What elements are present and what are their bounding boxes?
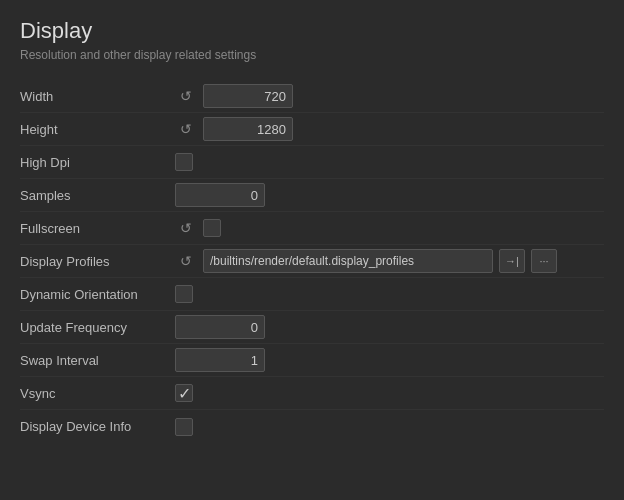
input-update-frequency[interactable]: [175, 315, 265, 339]
input-swap-interval[interactable]: [175, 348, 265, 372]
settings-page: Display Resolution and other display rel…: [0, 0, 624, 461]
controls-display-profiles: ↺→|···: [175, 249, 557, 273]
input-height[interactable]: [203, 117, 293, 141]
page-subtitle: Resolution and other display related set…: [20, 48, 604, 62]
label-width: Width: [20, 89, 175, 104]
controls-height: ↺: [175, 117, 293, 141]
label-high-dpi: High Dpi: [20, 155, 175, 170]
controls-vsync: ✓: [175, 384, 193, 402]
label-display-profiles: Display Profiles: [20, 254, 175, 269]
checkbox-fullscreen[interactable]: [203, 219, 221, 237]
input-width[interactable]: [203, 84, 293, 108]
row-display-device-info: Display Device Info: [20, 410, 604, 443]
controls-dynamic-orientation: [175, 285, 193, 303]
controls-width: ↺: [175, 84, 293, 108]
label-samples: Samples: [20, 188, 175, 203]
navigate-display-profiles-button[interactable]: →|: [499, 249, 525, 273]
row-vsync: Vsync✓: [20, 377, 604, 410]
vsync-check-icon: ✓: [178, 384, 191, 403]
label-display-device-info: Display Device Info: [20, 419, 175, 434]
page-title: Display: [20, 18, 604, 44]
label-vsync: Vsync: [20, 386, 175, 401]
checkbox-display-device-info[interactable]: [175, 418, 193, 436]
controls-display-device-info: [175, 418, 193, 436]
reset-width-button[interactable]: ↺: [175, 85, 197, 107]
row-swap-interval: Swap Interval: [20, 344, 604, 377]
more-display-profiles-button[interactable]: ···: [531, 249, 557, 273]
row-width: Width↺: [20, 80, 604, 113]
label-dynamic-orientation: Dynamic Orientation: [20, 287, 175, 302]
controls-swap-interval: [175, 348, 265, 372]
filepath-input-display-profiles[interactable]: [203, 249, 493, 273]
row-dynamic-orientation: Dynamic Orientation: [20, 278, 604, 311]
reset-display-profiles-button[interactable]: ↺: [175, 250, 197, 272]
label-fullscreen: Fullscreen: [20, 221, 175, 236]
controls-samples: [175, 183, 265, 207]
row-update-frequency: Update Frequency: [20, 311, 604, 344]
controls-update-frequency: [175, 315, 265, 339]
vsync-check-wrapper: ✓: [175, 384, 193, 402]
row-display-profiles: Display Profiles↺→|···: [20, 245, 604, 278]
label-update-frequency: Update Frequency: [20, 320, 175, 335]
reset-height-button[interactable]: ↺: [175, 118, 197, 140]
settings-rows: Width↺Height↺High DpiSamplesFullscreen↺D…: [20, 80, 604, 443]
row-fullscreen: Fullscreen↺: [20, 212, 604, 245]
row-samples: Samples: [20, 179, 604, 212]
controls-fullscreen: ↺: [175, 217, 221, 239]
checkbox-high-dpi[interactable]: [175, 153, 193, 171]
checkbox-dynamic-orientation[interactable]: [175, 285, 193, 303]
row-height: Height↺: [20, 113, 604, 146]
input-samples[interactable]: [175, 183, 265, 207]
controls-high-dpi: [175, 153, 193, 171]
row-high-dpi: High Dpi: [20, 146, 604, 179]
label-height: Height: [20, 122, 175, 137]
label-swap-interval: Swap Interval: [20, 353, 175, 368]
reset-fullscreen-button[interactable]: ↺: [175, 217, 197, 239]
